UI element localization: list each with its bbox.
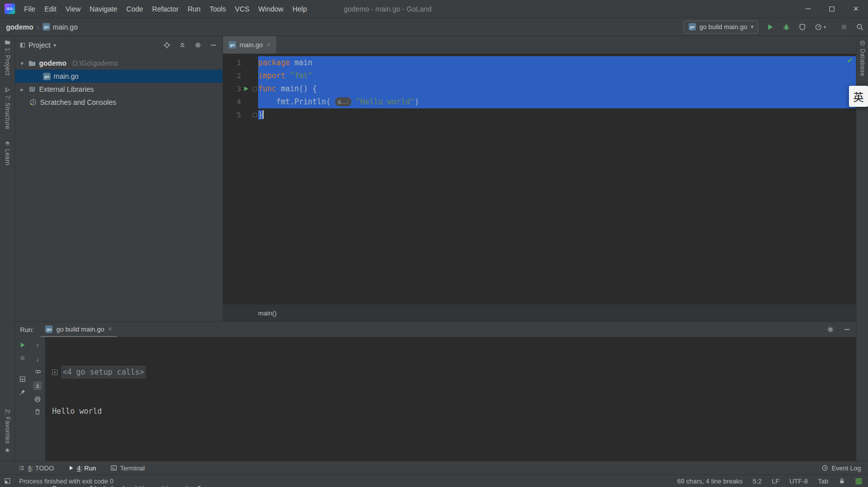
run-console[interactable]: + <4 go setup calls> Hello world Process…: [45, 337, 856, 461]
rerun-button[interactable]: [19, 342, 26, 349]
project-icon: [5, 39, 11, 45]
lock-icon[interactable]: [838, 477, 845, 484]
search-everywhere-button[interactable]: [856, 23, 864, 31]
menu-tools[interactable]: Tools: [205, 0, 231, 18]
up-stack-trace-button[interactable]: ↑: [36, 342, 40, 350]
pin-tab-button[interactable]: [19, 389, 26, 396]
run-tab-go-build[interactable]: go go build main.go ✕: [41, 322, 117, 337]
toolwindow-button-event-log[interactable]: Event Log: [821, 464, 861, 472]
fold-icon[interactable]: +: [52, 370, 58, 375]
project-panel-title[interactable]: Project: [29, 41, 51, 49]
menu-edit[interactable]: Edit: [40, 0, 61, 18]
terminal-label: Terminal: [120, 464, 145, 472]
run-with-coverage-button[interactable]: [798, 23, 806, 31]
toolwindow-button-terminal[interactable]: Terminal: [110, 464, 145, 472]
breadcrumb-function[interactable]: main(): [258, 309, 277, 317]
close-tab-icon[interactable]: ✕: [266, 42, 271, 48]
menu-view[interactable]: View: [61, 0, 85, 18]
stop-button[interactable]: [19, 355, 26, 362]
toolwindow-button-run[interactable]: 4: Run: [68, 464, 96, 472]
close-tab-icon[interactable]: ✕: [108, 326, 112, 333]
menu-file[interactable]: File: [20, 0, 40, 18]
project-panel-header: Project ▾: [15, 36, 223, 54]
toolwindow-button-database[interactable]: Database: [859, 40, 866, 76]
tree-row-godemo[interactable]: ▾ godemo D:\Go\godemo: [15, 57, 223, 70]
settings-gear-icon[interactable]: [826, 326, 834, 334]
menu-help[interactable]: Help: [288, 0, 311, 18]
go-file-icon: go: [229, 41, 236, 49]
run-button[interactable]: [766, 23, 774, 31]
collapse-all-button[interactable]: [178, 41, 186, 49]
print-button[interactable]: [34, 396, 41, 403]
menu-run[interactable]: Run: [183, 0, 205, 18]
menu-code[interactable]: Code: [122, 0, 147, 18]
upper-area: Project ▾: [15, 36, 856, 321]
hide-panel-button[interactable]: [209, 41, 218, 49]
hide-panel-button[interactable]: [843, 326, 851, 334]
tree-item-label: External Libraries: [39, 85, 94, 93]
tree-row-scratches[interactable]: Scratches and Consoles: [15, 96, 223, 109]
file-encoding[interactable]: UTF-8: [789, 477, 808, 485]
chevron-down-icon[interactable]: ▾: [54, 42, 57, 49]
line-number[interactable]: 1: [223, 56, 241, 69]
restore-layout-button[interactable]: [19, 376, 26, 383]
toolwindow-label-structure: 7: Structure: [4, 95, 11, 129]
minimize-window-button[interactable]: [796, 0, 820, 18]
menu-refactor[interactable]: Refactor: [148, 0, 183, 18]
settings-gear-icon[interactable]: [194, 41, 202, 49]
close-window-button[interactable]: ✕: [844, 0, 868, 18]
toolwindow-switcher-icon[interactable]: [4, 477, 11, 484]
code-token: import: [258, 71, 285, 80]
expand-arrow-icon[interactable]: ▸: [19, 86, 25, 93]
indent-style[interactable]: Tab: [818, 477, 828, 485]
menu-vcs[interactable]: VCS: [231, 0, 254, 18]
line-number[interactable]: 4: [223, 95, 241, 108]
locate-file-button[interactable]: [163, 41, 171, 49]
code-area[interactable]: 1 package main 2 import "fmt" 3: [223, 54, 856, 304]
editor-tab-main-go[interactable]: go main.go ✕: [223, 36, 276, 54]
scroll-to-end-button[interactable]: [33, 381, 42, 390]
run-config-select[interactable]: go go build main.go ▾: [684, 21, 759, 34]
line-number[interactable]: 3: [223, 82, 241, 95]
fold-region-icon[interactable]: [253, 113, 257, 117]
line-number[interactable]: 5: [223, 108, 241, 121]
menu-window[interactable]: Window: [254, 0, 288, 18]
debug-button[interactable]: [782, 23, 790, 31]
status-indicator-icon[interactable]: [855, 478, 862, 484]
stop-button[interactable]: [840, 23, 848, 31]
code-line-2: 2 import "fmt": [223, 69, 856, 82]
maximize-icon: [829, 7, 834, 12]
toolwindow-button-learn[interactable]: Learn: [4, 140, 11, 166]
tree-row-main-go[interactable]: go main.go: [15, 70, 223, 83]
code-token: "Hello world": [351, 97, 414, 106]
clear-all-button[interactable]: [34, 408, 41, 415]
breadcrumb-project[interactable]: godemo: [6, 23, 33, 31]
inspections-ok-icon[interactable]: ✔: [847, 56, 853, 64]
line-number[interactable]: 2: [223, 69, 241, 82]
caret-position[interactable]: 5:2: [753, 477, 762, 485]
maximize-window-button[interactable]: [820, 0, 844, 18]
toolwindow-button-structure[interactable]: 7: Structure: [4, 87, 11, 129]
toolwindow-button-todo[interactable]: 6: TODO: [18, 464, 54, 472]
run-main-gutter-icon[interactable]: [243, 86, 249, 92]
breadcrumb-file-label: main.go: [53, 23, 78, 31]
toolwindow-button-favorites[interactable]: 2: Favorites ★: [4, 409, 11, 454]
soft-wrap-button[interactable]: [34, 369, 41, 376]
learn-icon: [5, 140, 11, 146]
profiler-button[interactable]: ▾: [814, 23, 826, 31]
run-panel-body: ↑ ↓ +: [15, 337, 856, 461]
run-panel-left-toolbar: [15, 337, 30, 461]
tree-row-external-libraries[interactable]: ▸ External Libraries: [15, 83, 223, 96]
breadcrumb-file[interactable]: go main.go: [43, 23, 78, 31]
down-stack-trace-button[interactable]: ↓: [36, 355, 40, 363]
star-icon: ★: [5, 446, 11, 454]
menu-navigate[interactable]: Navigate: [85, 0, 122, 18]
line-separator[interactable]: LF: [772, 477, 779, 485]
toolwindow-button-project[interactable]: 1: Project: [4, 39, 11, 76]
database-icon: [859, 40, 865, 46]
expand-arrow-icon[interactable]: ▾: [19, 60, 25, 67]
console-folded-text[interactable]: <4 go setup calls>: [61, 366, 146, 379]
run-config-label: go build main.go: [700, 23, 747, 31]
editor: go main.go ✕ 1 package main 2 import "fm: [223, 36, 856, 321]
fold-region-icon[interactable]: [253, 87, 257, 91]
